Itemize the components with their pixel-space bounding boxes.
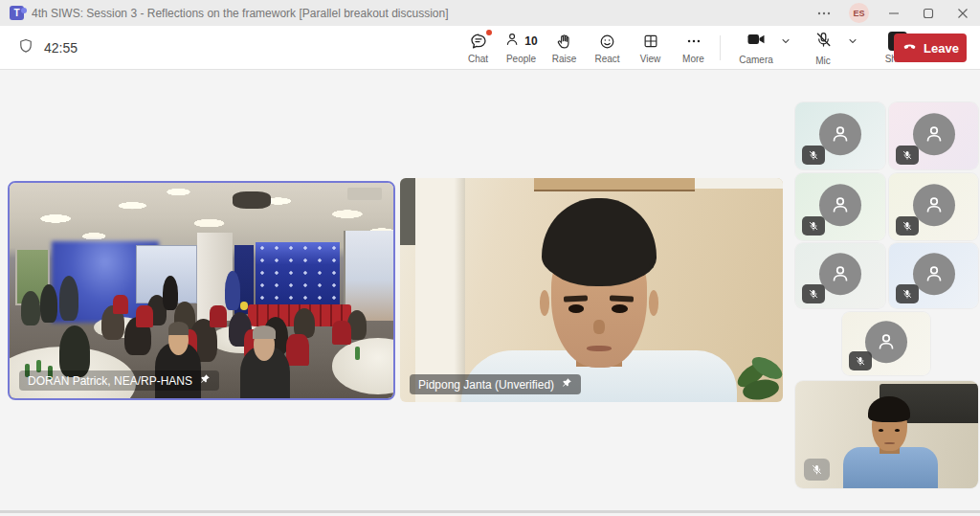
raise-hand-button[interactable]: Raise — [543, 26, 586, 70]
view-grid-icon — [642, 32, 659, 51]
titlebar-more-icon[interactable] — [807, 0, 841, 26]
chat-icon — [469, 32, 488, 51]
name-tag-doran-patrick: DORAN Patrick, NEA/RP-HANS — [19, 370, 219, 391]
camera-options-chevron[interactable] — [780, 35, 791, 47]
pidpong-video — [400, 178, 783, 402]
camera-button[interactable]: Camera — [734, 31, 778, 65]
mic-muted-badge — [802, 146, 825, 165]
more-ellipsis-icon — [685, 32, 702, 51]
shield-icon — [17, 37, 34, 58]
toolbar-separator — [720, 35, 721, 60]
minimize-button[interactable] — [877, 0, 911, 26]
leave-button[interactable]: Leave — [894, 34, 967, 62]
mic-muted-badge — [804, 459, 830, 481]
person-avatar-icon — [819, 253, 861, 295]
participant-tile-1[interactable] — [795, 102, 885, 169]
pin-icon[interactable] — [561, 377, 572, 392]
view-button[interactable]: View — [629, 26, 672, 70]
participant-tile-5[interactable] — [795, 243, 885, 308]
mic-button[interactable]: Mic — [801, 31, 845, 66]
participant-tile-3[interactable] — [795, 173, 885, 240]
people-count: 10 — [524, 34, 537, 48]
mic-options-chevron[interactable] — [847, 35, 858, 47]
pin-icon[interactable] — [199, 373, 211, 388]
person-avatar-icon — [819, 184, 861, 226]
pidpong-person — [400, 178, 783, 402]
react-button[interactable]: React — [586, 26, 629, 70]
mic-muted-badge — [896, 284, 919, 303]
name-tag-pidpong-janta: Pidpong Janta (Unverified) — [410, 374, 581, 394]
raise-hand-icon — [555, 32, 573, 51]
camera-icon — [746, 31, 767, 52]
meeting-timer: 42:55 — [44, 40, 78, 56]
participant-tile-2[interactable] — [889, 102, 978, 169]
people-icon — [504, 31, 522, 52]
hangup-icon — [902, 38, 918, 57]
mic-muted-badge — [896, 146, 919, 165]
mic-muted-badge — [849, 351, 872, 370]
person-avatar-icon — [913, 184, 955, 226]
profile-avatar[interactable]: ES — [849, 3, 869, 23]
self-view-video-tile[interactable] — [795, 381, 978, 488]
mic-muted-badge — [896, 216, 919, 236]
mic-muted-badge — [802, 284, 825, 303]
mic-muted-icon — [814, 31, 833, 53]
participant-tile-4[interactable] — [889, 173, 978, 240]
maximize-button[interactable] — [911, 0, 946, 26]
close-button[interactable] — [946, 0, 980, 26]
person-avatar-icon — [819, 113, 861, 155]
person-avatar-icon — [913, 253, 955, 295]
participant-tile-7[interactable] — [842, 312, 930, 375]
person-avatar-icon — [913, 113, 955, 155]
mic-muted-badge — [802, 216, 825, 236]
teams-icon: T — [10, 6, 24, 20]
window-titlebar: T 4th SIWS: Session 3 - Reflections on t… — [0, 0, 980, 26]
conference-room-video — [10, 183, 393, 398]
self-view-video — [795, 381, 978, 488]
conference-crowd — [10, 183, 393, 398]
window-bottom-edge — [0, 510, 980, 513]
video-tile-doran-patrick[interactable]: DORAN Patrick, NEA/RP-HANS — [8, 181, 395, 400]
window-title: 4th SIWS: Session 3 - Reflections on the… — [32, 7, 449, 20]
meeting-toolbar: 42:55 Chat 10 People Raise — [0, 26, 980, 70]
more-button[interactable]: More — [672, 26, 715, 70]
chat-notification-dot — [486, 30, 492, 35]
react-smiley-icon — [598, 32, 616, 51]
video-tile-pidpong-janta[interactable]: Pidpong Janta (Unverified) — [400, 178, 783, 402]
participant-tile-6[interactable] — [889, 243, 978, 308]
chat-button[interactable]: Chat — [457, 26, 500, 70]
people-button[interactable]: 10 People — [500, 26, 543, 70]
meeting-stage: DORAN Patrick, NEA/RP-HANS — [0, 70, 980, 513]
